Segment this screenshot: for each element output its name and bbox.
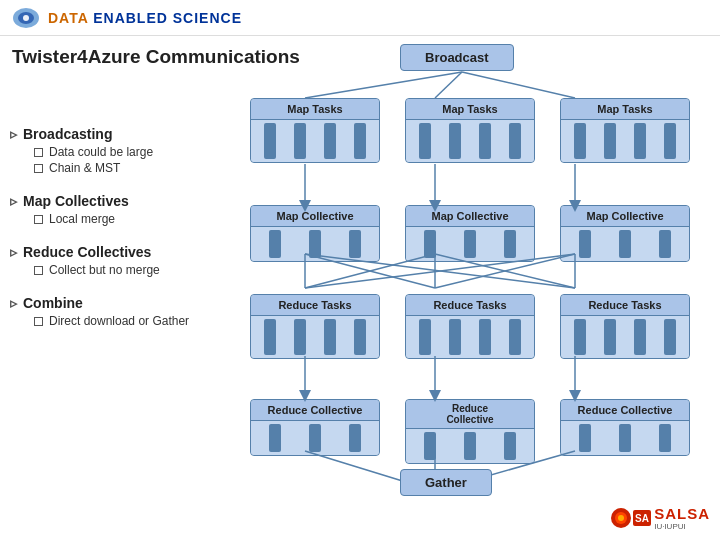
- bar: [349, 230, 361, 258]
- col2-map-tasks: Map Tasks: [405, 98, 535, 163]
- broadcast-box: Broadcast: [400, 44, 514, 71]
- diagram-area: Broadcast: [240, 36, 710, 540]
- svg-line-4: [435, 72, 462, 98]
- reduce-collectives-heading: Reduce Collectives: [23, 244, 151, 260]
- arrow-icon: ▹: [10, 295, 17, 311]
- bar: [349, 424, 361, 452]
- salsa-logo-icon: SA: [611, 502, 653, 534]
- bar: [634, 319, 646, 355]
- bar: [294, 319, 306, 355]
- bar: [264, 319, 276, 355]
- columns-row: Map Tasks Map Collective: [240, 98, 700, 464]
- arrow-icon: ▹: [10, 244, 17, 260]
- bar: [659, 424, 671, 452]
- section-combine: ▹ Combine Direct download or Gather: [10, 295, 230, 328]
- bar: [294, 123, 306, 159]
- col3-reduce-collective: Reduce Collective: [560, 399, 690, 456]
- sub-item-local-merge: Local merge: [34, 212, 230, 226]
- checkbox-icon: [34, 266, 43, 275]
- bar: [269, 230, 281, 258]
- col3-map-collective: Map Collective: [560, 205, 690, 262]
- bar: [419, 123, 431, 159]
- bar: [424, 432, 436, 460]
- checkbox-icon: [34, 164, 43, 173]
- section-reduce-collectives: ▹ Reduce Collectives Collect but no merg…: [10, 244, 230, 277]
- bar: [449, 319, 461, 355]
- combine-heading: Combine: [23, 295, 83, 311]
- col2-reduce-collective: ReduceCollective: [405, 399, 535, 464]
- section-map-collectives: ▹ Map Collectives Local merge: [10, 193, 230, 226]
- bar: [659, 230, 671, 258]
- svg-line-3: [305, 72, 462, 98]
- bar: [509, 319, 521, 355]
- bar: [354, 123, 366, 159]
- header: Data Enabled Science: [0, 0, 720, 36]
- checkbox-icon: [34, 148, 43, 157]
- sub-item-direct-download: Direct download or Gather: [34, 314, 230, 328]
- column-1: Map Tasks Map Collective: [250, 98, 380, 464]
- bar: [324, 123, 336, 159]
- col3-map-tasks: Map Tasks: [560, 98, 690, 163]
- salsa-logo-area: SA SALSA IU·IUPUI: [611, 502, 710, 534]
- logo-icon: [12, 6, 40, 30]
- bar: [579, 230, 591, 258]
- bar: [479, 123, 491, 159]
- bar: [574, 123, 586, 159]
- bar: [634, 123, 646, 159]
- bar: [509, 123, 521, 159]
- bar: [574, 319, 586, 355]
- bar: [619, 230, 631, 258]
- col3-reduce-tasks: Reduce Tasks: [560, 294, 690, 359]
- column-2: Map Tasks Map Collective: [405, 98, 535, 464]
- bar: [579, 424, 591, 452]
- checkbox-icon: [34, 317, 43, 326]
- bar: [269, 424, 281, 452]
- section-broadcasting: ▹ Broadcasting Data could be large Chain…: [10, 126, 230, 175]
- svg-point-26: [618, 515, 624, 521]
- bar: [504, 432, 516, 460]
- arrow-icon: ▹: [10, 126, 17, 142]
- col2-map-collective: Map Collective: [405, 205, 535, 262]
- svg-line-5: [462, 72, 575, 98]
- left-panel: ▹ Broadcasting Data could be large Chain…: [10, 126, 230, 346]
- map-collectives-heading: Map Collectives: [23, 193, 129, 209]
- bar: [504, 230, 516, 258]
- col2-reduce-tasks: Reduce Tasks: [405, 294, 535, 359]
- bar: [604, 123, 616, 159]
- sub-item-chain: Chain & MST: [34, 161, 230, 175]
- bar: [619, 424, 631, 452]
- bar: [324, 319, 336, 355]
- checkbox-icon: [34, 215, 43, 224]
- bar: [664, 319, 676, 355]
- col1-map-tasks: Map Tasks: [250, 98, 380, 163]
- bar: [604, 319, 616, 355]
- bar: [464, 230, 476, 258]
- svg-point-2: [23, 15, 29, 21]
- bar: [664, 123, 676, 159]
- arrow-icon: ▹: [10, 193, 17, 209]
- bar: [449, 123, 461, 159]
- bar: [419, 319, 431, 355]
- bar: [309, 230, 321, 258]
- bar: [464, 432, 476, 460]
- col1-reduce-collective: Reduce Collective: [250, 399, 380, 456]
- col1-reduce-tasks: Reduce Tasks: [250, 294, 380, 359]
- bar: [309, 424, 321, 452]
- column-3: Map Tasks Map Collective: [560, 98, 690, 464]
- broadcasting-heading: Broadcasting: [23, 126, 112, 142]
- bar: [424, 230, 436, 258]
- bar: [264, 123, 276, 159]
- col1-map-collective: Map Collective: [250, 205, 380, 262]
- logo-text: Data Enabled Science: [48, 10, 242, 26]
- bar: [479, 319, 491, 355]
- bar: [354, 319, 366, 355]
- svg-text:SA: SA: [635, 513, 649, 524]
- sub-item-data-large: Data could be large: [34, 145, 230, 159]
- sub-item-collect-no-merge: Collect but no merge: [34, 263, 230, 277]
- gather-box: Gather: [400, 469, 492, 496]
